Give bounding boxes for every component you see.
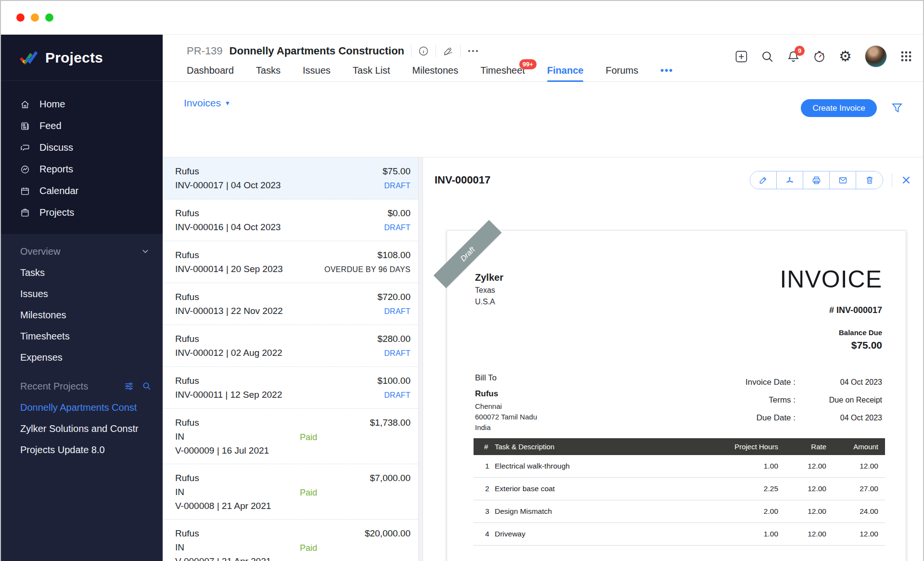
close-window-button[interactable] [16, 13, 25, 22]
recent-project-update8[interactable]: Projects Update 8.0 [1, 439, 163, 460]
app-window: Projects Home Feed Discuss Reports [0, 0, 924, 561]
edit-invoice-button[interactable] [750, 171, 777, 189]
invoice-number-date: INV-000011 | 12 Sep 2022 [175, 388, 282, 402]
add-new-icon[interactable] [735, 50, 748, 63]
invoice-customer: Rufus [175, 416, 199, 430]
apps-grid-icon[interactable] [900, 50, 912, 63]
filter-funnel-icon[interactable] [891, 102, 903, 116]
settings-gear-icon[interactable]: ⚙ [839, 49, 852, 64]
due-date-label: Due Date : [694, 413, 796, 423]
minimize-window-button[interactable] [31, 13, 39, 22]
sidebar-item-projects[interactable]: Projects [1, 202, 163, 223]
col-header-index: # [474, 438, 495, 455]
sidebar-item-timesheets[interactable]: Timesheets [1, 326, 163, 347]
tab-forums[interactable]: Forums [605, 65, 638, 82]
sidebar-section-overview[interactable]: Overview [1, 241, 163, 262]
zoom-window-button[interactable] [45, 13, 53, 22]
user-avatar[interactable] [865, 45, 887, 67]
invoice-list-item[interactable]: Rufus$7,000.00 IN V-000008 | 21 Apr 2021… [163, 464, 418, 520]
invoice-list-item[interactable]: Rufus$0.00 INV-000016 | 04 Oct 2023DRAFT [163, 199, 418, 241]
sort-options-icon[interactable] [124, 381, 134, 391]
invoice-list-item[interactable]: Rufus$20,000.00 IN V-000007 | 21 Apr 202… [163, 520, 418, 561]
sidebar-item-issues[interactable]: Issues [1, 283, 163, 304]
invoice-list-item[interactable]: Rufus$280.00 INV-000012 | 02 Aug 2022DRA… [163, 325, 418, 367]
invoice-doc-number: # INV-000017 [829, 305, 882, 315]
calendar-icon [20, 186, 30, 196]
recent-project-donnelly[interactable]: Donnelly Apartments Const [1, 397, 163, 418]
sidebar-item-home[interactable]: Home [1, 93, 163, 115]
sidebar-item-feed[interactable]: Feed [1, 115, 163, 137]
sidebar-nav: Home Feed Discuss Reports Calendar [1, 81, 163, 234]
finance-toolbar: Invoices ▾ Create Invoice [163, 82, 923, 157]
view-label: Invoices [184, 97, 221, 109]
company-country: U.S.A [475, 296, 503, 308]
timer-icon[interactable] [813, 50, 826, 63]
invoice-list-item[interactable]: Rufus$1,738.00 IN V-000009 | 16 Jul 2021… [163, 409, 418, 464]
window-controls [16, 13, 53, 22]
sidebar-item-milestones[interactable]: Milestones [1, 304, 163, 326]
app-logo[interactable]: Projects [1, 35, 163, 81]
invoice-status: OVERDUE BY 96 DAYS [324, 262, 411, 276]
tab-label: Timesheet [480, 65, 525, 76]
invoice-list-item[interactable]: Rufus$75.00 INV-000017 | 04 Oct 2023DRAF… [163, 157, 418, 199]
invoice-number-date: INV-000017 | 04 Oct 2023 [175, 178, 281, 192]
invoice-amount: $0.00 [387, 206, 411, 220]
invoice-status: DRAFT [384, 346, 411, 360]
app-logo-text: Projects [45, 50, 103, 66]
invoice-number-date: V-000008 | 21 Apr 2021 [175, 501, 271, 511]
invoice-list-item[interactable]: Rufus$108.00 INV-000014 | 20 Sep 2023OVE… [163, 241, 418, 283]
tab-timesheet[interactable]: Timesheet99+ [480, 65, 525, 82]
invoice-status: Paid [300, 541, 317, 555]
tabs-overflow-icon[interactable]: ••• [660, 65, 673, 82]
info-icon[interactable] [418, 46, 429, 56]
sidebar-item-label: Projects [39, 207, 74, 218]
invoice-number-date: INV-000013 | 22 Nov 2022 [175, 304, 283, 318]
tab-issues[interactable]: Issues [303, 65, 331, 82]
sidebar-item-expenses[interactable]: Expenses [1, 347, 163, 368]
invoice-date-value: 04 Oct 2023 [796, 377, 882, 387]
sidebar-item-tasks[interactable]: Tasks [1, 262, 163, 283]
notifications-icon[interactable]: 9 [787, 50, 800, 63]
create-invoice-button[interactable]: Create Invoice [801, 99, 877, 117]
invoice-meta: Invoice Date :04 Oct 2023 Terms :Due on … [694, 377, 882, 431]
invoices-view-dropdown[interactable]: Invoices ▾ [184, 97, 230, 109]
invoice-amount: $280.00 [377, 332, 411, 346]
invoice-status: DRAFT [384, 179, 411, 193]
tab-finance[interactable]: Finance [547, 65, 584, 82]
more-options-icon[interactable] [467, 49, 479, 53]
tab-milestones[interactable]: Milestones [412, 65, 459, 82]
edit-project-icon[interactable] [443, 46, 453, 56]
table-row: 3 Design Mismatch 2.00 12.00 24.00 [474, 500, 885, 523]
search-projects-icon[interactable] [142, 382, 151, 391]
tab-task-list[interactable]: Task List [353, 65, 390, 82]
email-invoice-button[interactable] [830, 171, 856, 189]
bill-to-region: 600072 Tamil Nadu [475, 412, 537, 422]
window-titlebar [1, 1, 923, 35]
tab-dashboard[interactable]: Dashboard [187, 65, 234, 82]
recent-project-label: Donnelly Apartments Const [20, 402, 137, 413]
panel-divider[interactable] [418, 157, 423, 561]
tab-tasks[interactable]: Tasks [256, 65, 281, 82]
print-invoice-button[interactable] [803, 171, 830, 189]
close-detail-icon[interactable] [901, 175, 911, 185]
sidebar-item-label: Reports [39, 164, 73, 175]
recent-project-zylker[interactable]: Zylker Solutions and Constr [1, 418, 163, 439]
overview-item-label: Timesheets [20, 331, 70, 342]
col-header-amount: Amount [826, 438, 885, 455]
divider [892, 173, 892, 187]
company-name: Zylker [475, 270, 503, 285]
sidebar-item-calendar[interactable]: Calendar [1, 180, 163, 202]
sidebar-item-discuss[interactable]: Discuss [1, 137, 163, 158]
invoice-list-item[interactable]: Rufus$100.00 INV-000011 | 12 Sep 2022DRA… [163, 367, 418, 409]
invoice-list-item[interactable]: Rufus$720.00 INV-000013 | 22 Nov 2022DRA… [163, 283, 418, 325]
invoice-customer: Rufus [175, 374, 199, 388]
invoice-number-date: INV-000012 | 02 Aug 2022 [175, 346, 282, 360]
invoice-number-date: INV-000014 | 20 Sep 2023 [175, 262, 283, 276]
sidebar-item-reports[interactable]: Reports [1, 158, 163, 180]
invoice-detail-title: INV-000017 [435, 174, 490, 186]
delete-invoice-button[interactable] [856, 171, 883, 189]
search-icon[interactable] [761, 50, 774, 63]
export-pdf-button[interactable] [777, 171, 803, 189]
invoice-status: DRAFT [384, 221, 411, 235]
timesheet-count-badge: 99+ [519, 59, 537, 69]
